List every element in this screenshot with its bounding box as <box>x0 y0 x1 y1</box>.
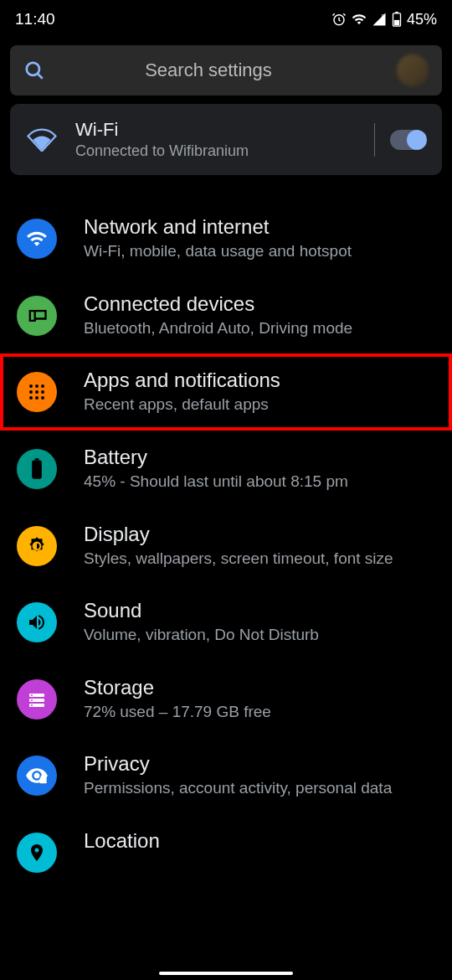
setting-subtitle: 72% used – 17.79 GB free <box>84 701 435 723</box>
wifi-title: Wi-Fi <box>75 119 359 141</box>
svg-rect-16 <box>35 458 39 460</box>
volume-icon <box>17 602 57 642</box>
svg-rect-17 <box>32 460 42 478</box>
setting-item-connected-devices[interactable]: Connected devicesBluetooth, Android Auto… <box>0 277 452 354</box>
signal-icon: R <box>372 12 387 27</box>
setting-item-privacy[interactable]: PrivacyPermissions, account activity, pe… <box>0 737 452 814</box>
setting-subtitle: Styles, wallpapers, screen timeout, font… <box>84 548 435 570</box>
svg-point-23 <box>31 704 33 706</box>
svg-text:R: R <box>382 13 386 18</box>
location-icon <box>17 833 57 873</box>
clock: 11:40 <box>15 10 55 28</box>
devices-icon <box>17 296 57 336</box>
svg-rect-4 <box>394 20 399 25</box>
setting-title: Storage <box>84 676 435 699</box>
wifi-subtitle: Connected to Wifibranium <box>75 142 359 160</box>
setting-subtitle: Wi-Fi, mobile, data usage and hotspot <box>84 240 435 262</box>
divider <box>374 123 375 157</box>
setting-subtitle: Volume, vibration, Do Not Disturb <box>84 624 435 646</box>
status-bar: 11:40 R 45% <box>0 0 452 37</box>
svg-point-21 <box>31 694 33 696</box>
svg-point-13 <box>29 396 33 400</box>
setting-item-display[interactable]: DisplayStyles, wallpapers, screen timeou… <box>0 508 452 585</box>
wifi-card[interactable]: Wi-Fi Connected to Wifibranium <box>10 104 442 175</box>
setting-item-storage[interactable]: Storage72% used – 17.79 GB free <box>0 661 452 738</box>
setting-title: Apps and notifications <box>84 369 435 392</box>
battery-icon <box>392 12 402 27</box>
svg-point-12 <box>41 390 44 394</box>
setting-title: Connected devices <box>84 292 435 316</box>
privacy-eye-icon <box>17 756 57 796</box>
setting-title: Privacy <box>84 752 435 776</box>
svg-point-9 <box>41 384 44 388</box>
setting-item-apps-and-notifications[interactable]: Apps and notificationsRecent apps, defau… <box>0 353 452 431</box>
setting-item-network-and-internet[interactable]: Network and internetWi-Fi, mobile, data … <box>0 200 452 277</box>
storage-icon <box>17 679 57 720</box>
setting-title: Display <box>84 523 435 546</box>
setting-title: Sound <box>84 599 435 622</box>
svg-rect-3 <box>395 12 398 13</box>
apps-grid-icon <box>17 372 57 412</box>
svg-point-22 <box>31 699 33 701</box>
svg-point-7 <box>29 384 33 388</box>
wifi-toggle[interactable] <box>390 130 425 150</box>
setting-item-sound[interactable]: SoundVolume, vibration, Do Not Disturb <box>0 584 452 661</box>
battery-icon <box>17 449 57 489</box>
setting-subtitle: Bluetooth, Android Auto, Driving mode <box>84 317 435 339</box>
setting-subtitle: Permissions, account activity, personal … <box>84 777 435 799</box>
wifi-icon <box>27 128 60 152</box>
brightness-icon <box>17 526 57 566</box>
search-placeholder: Search settings <box>20 59 397 81</box>
setting-title: Battery <box>84 446 435 469</box>
svg-point-14 <box>35 396 39 400</box>
svg-point-8 <box>35 384 39 388</box>
svg-point-10 <box>29 390 33 394</box>
nav-handle[interactable] <box>159 972 293 975</box>
setting-title: Location <box>84 829 435 853</box>
settings-list: Network and internetWi-Fi, mobile, data … <box>0 183 452 905</box>
profile-avatar[interactable] <box>397 54 429 86</box>
svg-point-11 <box>35 390 39 394</box>
setting-item-location[interactable]: Location <box>0 814 452 888</box>
setting-title: Network and internet <box>84 215 435 239</box>
svg-point-15 <box>41 396 44 400</box>
setting-subtitle: Recent apps, default apps <box>84 394 435 415</box>
setting-subtitle: 45% - Should last until about 8:15 pm <box>84 471 435 493</box>
battery-percent: 45% <box>407 11 437 28</box>
search-bar[interactable]: Search settings <box>10 45 442 95</box>
status-icons: R 45% <box>331 11 437 28</box>
wifi-icon <box>17 219 57 259</box>
alarm-icon <box>331 12 347 27</box>
setting-item-battery[interactable]: Battery45% - Should last until about 8:1… <box>0 431 452 508</box>
wifi-status-icon <box>352 12 367 27</box>
